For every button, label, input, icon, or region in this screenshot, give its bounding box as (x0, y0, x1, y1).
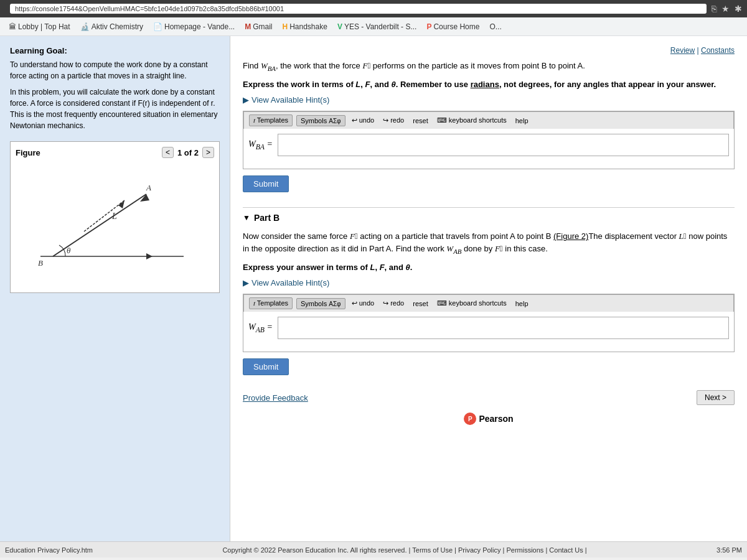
lobby-icon: 🏛 (9, 22, 16, 31)
star-icon[interactable]: ★ (721, 4, 730, 14)
problem-description: In this problem, you will calculate the … (10, 86, 220, 131)
part-b-submit-button[interactable]: Submit (243, 358, 289, 375)
part-b-problem: Now consider the same force F⃗ acting on… (243, 230, 735, 256)
content-area: Review | Constants Find WBA, the work th… (230, 36, 747, 541)
templates-button-b[interactable]: 𝑡 Templates (249, 297, 293, 309)
undo-button-a[interactable]: ↩ undo (349, 115, 377, 126)
part-b-label: Part B (254, 213, 280, 223)
part-a-submit-button[interactable]: Submit (243, 175, 289, 192)
wba-input[interactable] (278, 134, 729, 156)
symbols-button-b[interactable]: Symbols ΑΣφ (296, 298, 345, 309)
part-b-header[interactable]: ▼ Part B (243, 213, 735, 223)
part-b-toolbar: 𝑡 Templates Symbols ΑΣφ ↩ undo ↪ redo re… (243, 294, 734, 312)
copyright-text: Copyright © 2022 Pearson Education Inc. … (222, 546, 586, 554)
review-bar: Review | Constants (243, 46, 735, 55)
learning-goal-heading: Learning Goal: (10, 46, 220, 55)
figure-next-button[interactable]: > (202, 147, 214, 158)
keyboard-button-a[interactable]: ⌨ keyboard shortcuts (435, 115, 509, 126)
hint-chevron-icon: ▶ (243, 95, 249, 105)
part-a-hint-toggle[interactable]: ▶ View Available Hint(s) (243, 95, 735, 105)
bookmark-bar: 🏛 Lobby | Top Hat 🔬 Aktiv Chemistry 📄 Ho… (0, 17, 747, 36)
figure-prev-button[interactable]: < (162, 147, 174, 158)
figure-canvas: L θ A B (16, 163, 214, 287)
pearson-brand-area: P Pearson (243, 413, 735, 425)
symbols-button-a[interactable]: Symbols ΑΣφ (296, 115, 345, 126)
help-button-b[interactable]: help (513, 299, 531, 309)
part-b-math-editor: 𝑡 Templates Symbols ΑΣφ ↩ undo ↪ redo re… (243, 294, 735, 352)
pearson-label: Pearson (479, 414, 513, 424)
keyboard-button-b[interactable]: ⌨ keyboard shortcuts (435, 298, 509, 309)
undo-button-b[interactable]: ↩ undo (349, 298, 377, 309)
browser-url: https://console17544&OpenVellumHMAC=5bfc… (10, 4, 707, 14)
pearson-icon: P (464, 413, 476, 425)
handshake-icon: H (283, 22, 288, 31)
part-a-instruction: Express the work in terms of L, F, and θ… (243, 78, 735, 91)
review-link[interactable]: Review (670, 46, 695, 55)
bookmark-other[interactable]: O... (486, 21, 505, 32)
part-a-toolbar: 𝑡 Templates Symbols ΑΣφ ↩ undo ↪ redo re… (243, 111, 734, 129)
math-wba: WBA (261, 61, 276, 70)
divider (243, 207, 735, 208)
templates-icon-b: 𝑡 (253, 299, 255, 307)
svg-text:θ: θ (67, 246, 71, 255)
pearson-brand: P Pearson (243, 413, 735, 425)
svg-text:A: A (146, 183, 151, 192)
figure-svg: L θ A B (16, 163, 215, 281)
part-a-hint-label: View Available Hint(s) (251, 95, 329, 105)
bookmark-yes[interactable]: V YES - Vanderbilt - S... (334, 21, 421, 32)
svg-marker-9 (146, 253, 153, 259)
homepage-icon: 📄 (153, 22, 162, 31)
part-b-hint-toggle[interactable]: ▶ View Available Hint(s) (243, 278, 735, 287)
edu-privacy-link[interactable]: Education Privacy Policy.htm (5, 546, 93, 554)
bookmark-course[interactable]: P Course Home (423, 21, 483, 32)
provide-feedback-row: Provide Feedback Next > (243, 390, 735, 405)
learning-goal-text: To understand how to compute the work do… (10, 59, 220, 82)
bookmark-aktiv[interactable]: 🔬 Aktiv Chemistry (77, 21, 147, 32)
browser-icons: ⎘ ★ ✱ (712, 4, 742, 14)
course-icon: P (426, 22, 431, 31)
yes-icon: V (337, 22, 342, 31)
svg-text:L: L (111, 212, 117, 221)
wab-input[interactable] (278, 317, 729, 339)
edu-footer: Education Privacy Policy.htm Copyright ©… (0, 541, 747, 558)
svg-marker-5 (118, 200, 125, 208)
help-button-a[interactable]: help (513, 116, 531, 126)
sidebar: Learning Goal: To understand how to comp… (0, 36, 230, 541)
reset-button-a[interactable]: reset (410, 116, 430, 126)
math-force: F⃗ (362, 61, 370, 70)
figure-header: Figure < 1 of 2 > (16, 147, 214, 158)
part-b-hint-chevron-icon: ▶ (243, 278, 249, 287)
figure-label: Figure (16, 148, 40, 157)
bookmark-lobby[interactable]: 🏛 Lobby | Top Hat (5, 21, 74, 32)
wba-label: WBA = (248, 139, 273, 151)
bookmark-handshake[interactable]: H Handshake (279, 21, 331, 32)
copy-icon[interactable]: ⎘ (712, 4, 716, 14)
templates-icon-a: 𝑡 (253, 116, 255, 124)
bookmark-gmail[interactable]: M Gmail (241, 21, 276, 32)
main-layout: Learning Goal: To understand how to comp… (0, 36, 747, 541)
part-b-hint-label: View Available Hint(s) (251, 278, 329, 287)
redo-button-a[interactable]: ↪ redo (380, 115, 406, 126)
redo-button-b[interactable]: ↪ redo (380, 298, 406, 309)
figure-page: 1 of 2 (177, 148, 199, 157)
wab-label: WAB = (248, 322, 273, 334)
svg-text:B: B (38, 258, 43, 268)
next-button[interactable]: Next > (697, 390, 735, 405)
time-display: 3:56 PM (716, 546, 742, 554)
part-b-chevron-icon: ▼ (243, 213, 250, 222)
part-b-instruction: Express your answer in terms of L, F, an… (243, 261, 735, 274)
feedback-link[interactable]: Provide Feedback (243, 393, 308, 403)
part-a-problem: Find WBA, the work that the force F⃗ per… (243, 60, 735, 73)
svg-line-3 (84, 200, 125, 231)
bookmark-homepage[interactable]: 📄 Homepage - Vande... (149, 21, 238, 32)
templates-button-a[interactable]: 𝑡 Templates (249, 114, 293, 126)
browser-chrome: https://console17544&OpenVellumHMAC=5bfc… (0, 0, 747, 17)
gmail-icon: M (245, 22, 251, 31)
reset-button-b[interactable]: reset (410, 299, 430, 309)
aktiv-icon: 🔬 (80, 22, 90, 31)
constants-link[interactable]: Constants (701, 46, 735, 55)
part-a-math-editor: 𝑡 Templates Symbols ΑΣφ ↩ undo ↪ redo re… (243, 111, 735, 169)
figure-nav: < 1 of 2 > (162, 147, 214, 158)
figure-area: Figure < 1 of 2 > (10, 141, 220, 293)
menu-icon[interactable]: ✱ (735, 4, 742, 14)
